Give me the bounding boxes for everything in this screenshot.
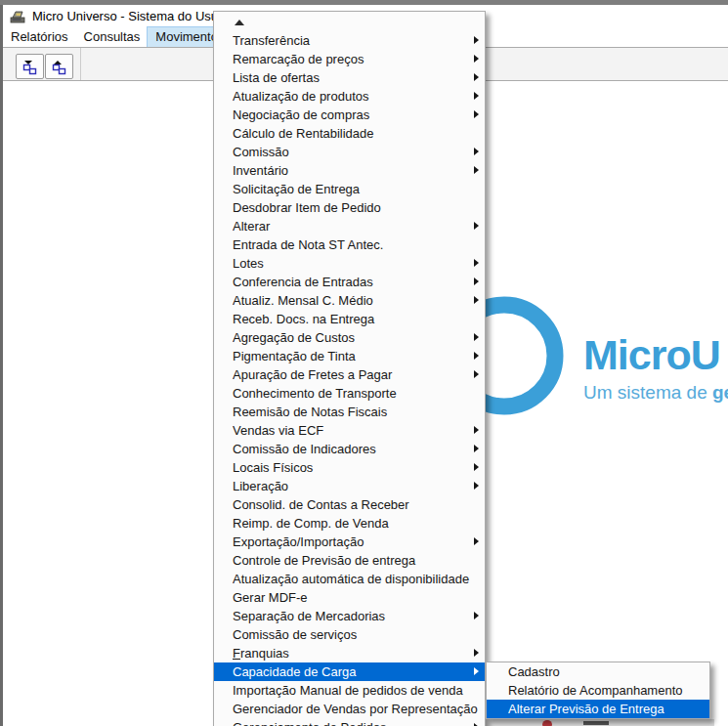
- submenu-arrow-icon: [474, 537, 479, 545]
- menu-item-label: Controle de Previsão de entrega: [233, 551, 485, 570]
- menu-item-label: Importação Manual de pedidos de venda: [233, 681, 485, 700]
- tree-arrow-down-button[interactable]: [16, 54, 44, 79]
- org-tree-arrow-up-icon: [51, 58, 68, 75]
- menu-item-label: Exportação/Importação: [233, 533, 485, 551]
- submenu-arrow-icon: [474, 296, 479, 304]
- menu-item[interactable]: Atualização automática de disponibilidad…: [214, 570, 485, 588]
- menu-item[interactable]: Comissão de Indicadores: [214, 440, 485, 458]
- menu-item-label: Franquias: [233, 644, 485, 662]
- menu-item[interactable]: Separação de Mercadorias: [214, 607, 485, 625]
- menu-item[interactable]: Capacidade de Carga: [214, 662, 485, 681]
- menu-item[interactable]: Comissão: [214, 143, 485, 161]
- capacidade-de-carga-submenu: Cadastro Relatório de Acompanhamento Alt…: [486, 662, 710, 719]
- submenu-arrow-icon: [474, 352, 479, 360]
- submenu-arrow-icon: [474, 259, 479, 267]
- menu-item[interactable]: Vendas via ECF: [214, 421, 485, 440]
- menu-item[interactable]: Liberação: [214, 477, 485, 495]
- menu-item[interactable]: Desdobrar Item de Pedido: [214, 198, 485, 217]
- menu-item[interactable]: Solicitação de Entrega: [214, 180, 485, 198]
- menubar-item-relatorios[interactable]: Relatórios: [3, 27, 76, 47]
- menu-item-label: Separação de Mercadorias: [233, 607, 485, 625]
- submenu-item-label: Alterar Previsão de Entrega: [508, 700, 709, 718]
- menubar-item-consultas[interactable]: Consultas: [76, 27, 149, 47]
- submenu-item[interactable]: Alterar Previsão de Entrega: [487, 700, 709, 718]
- submenu-arrow-icon: [474, 110, 479, 118]
- menu-item[interactable]: Conferencia de Entradas: [214, 273, 485, 291]
- submenu-arrow-icon: [474, 92, 479, 100]
- menu-scroll-up[interactable]: [214, 12, 485, 31]
- submenu-arrow-icon: [474, 463, 479, 471]
- menu-item[interactable]: Apuração de Fretes a Pagar: [214, 365, 485, 384]
- menu-item[interactable]: Remarcação de preços: [214, 50, 485, 68]
- menu-item[interactable]: Reemisão de Notas Fiscais: [214, 403, 485, 421]
- menu-item[interactable]: Atualização de produtos: [214, 87, 485, 106]
- movimentos-popup-menu: Transferência Remarcação de preços Lista…: [213, 11, 486, 726]
- menu-item[interactable]: Conhecimento de Transporte: [214, 384, 485, 403]
- submenu-arrow-icon: [474, 482, 479, 490]
- submenu-item[interactable]: Relatório de Acompanhamento: [487, 681, 709, 700]
- menu-item[interactable]: Consolid. de Contas a Receber: [214, 495, 485, 514]
- menu-item[interactable]: Negociação de compras: [214, 106, 485, 124]
- background-red-dot: [542, 720, 552, 726]
- menu-item[interactable]: Entrada de Nota ST Antec.: [214, 235, 485, 254]
- menu-item[interactable]: Franquias: [214, 644, 485, 662]
- tree-arrow-up-button[interactable]: [45, 54, 73, 79]
- menu-item-label: Gerenciamento de Pedidos: [233, 718, 485, 726]
- menu-item[interactable]: Reimp. de Comp. de Venda: [214, 514, 485, 533]
- menu-item[interactable]: Atualiz. Mensal C. Médio: [214, 291, 485, 310]
- submenu-item[interactable]: Cadastro: [487, 662, 709, 681]
- submenu-arrow-icon: [474, 649, 479, 657]
- submenu-arrow-icon: [474, 148, 479, 155]
- menu-item-label: Atualiz. Mensal C. Médio: [233, 291, 485, 310]
- submenu-arrow-icon: [474, 667, 479, 675]
- menu-item[interactable]: Gerenciamento de Pedidos: [214, 718, 485, 726]
- menu-item-label: Entrada de Nota ST Antec.: [233, 235, 485, 254]
- menu-item[interactable]: Lista de ofertas: [214, 68, 485, 87]
- toolbar-separator: [80, 48, 81, 80]
- menu-item[interactable]: Inventário: [214, 161, 485, 180]
- menu-item[interactable]: Importação Manual de pedidos de venda: [214, 681, 485, 700]
- background-dark-mark: [583, 721, 609, 725]
- menu-item-label: Transferência: [233, 31, 485, 50]
- submenu-arrow-icon: [474, 166, 479, 174]
- menu-item-label: Cálculo de Rentabilidade: [233, 124, 485, 143]
- menu-item-label: Vendas via ECF: [233, 421, 485, 440]
- background-window-sliver: [486, 719, 714, 726]
- menu-item[interactable]: Receb. Docs. na Entrega: [214, 310, 485, 328]
- submenu-arrow-icon: [474, 55, 479, 63]
- menu-item-label: Atualização automática de disponibilidad…: [233, 570, 485, 588]
- menu-item-label: Gerar MDF-e: [233, 588, 485, 607]
- menu-item-label: Comissão de Indicadores: [233, 440, 485, 458]
- submenu-arrow-icon: [474, 278, 479, 285]
- menu-item[interactable]: Agregação de Custos: [214, 328, 485, 347]
- tagline-prefix: Um sistema de: [583, 382, 712, 403]
- submenu-arrow-icon: [474, 73, 479, 81]
- menu-item-label: Desdobrar Item de Pedido: [233, 198, 485, 217]
- brand-wordmark: MicroU: [583, 331, 720, 379]
- menu-item-label: Liberação: [233, 477, 485, 495]
- menu-item[interactable]: Exportação/Importação: [214, 533, 485, 551]
- submenu-arrow-icon: [474, 370, 479, 378]
- menu-item[interactable]: Controle de Previsão de entrega: [214, 551, 485, 570]
- brand-tagline: Um sistema de gest: [583, 382, 728, 404]
- menu-item-label: Consolid. de Contas a Receber: [233, 495, 485, 514]
- menu-item[interactable]: Locais Físicos: [214, 458, 485, 477]
- menu-item[interactable]: Lotes: [214, 254, 485, 273]
- menu-item-label: Capacidade de Carga: [233, 662, 485, 681]
- menu-item[interactable]: Pigmentação de Tinta: [214, 347, 485, 365]
- submenu-item-label: Relatório de Acompanhamento: [508, 681, 709, 700]
- menu-item-label: Negociação de compras: [233, 106, 485, 124]
- menu-item[interactable]: Transferência: [214, 31, 485, 50]
- tagline-bold: gest: [712, 382, 728, 403]
- submenu-arrow-icon: [474, 222, 479, 230]
- menu-item[interactable]: Cálculo de Rentabilidade: [214, 124, 485, 143]
- menu-item[interactable]: Gerar MDF-e: [214, 588, 485, 607]
- submenu-arrow-icon: [474, 426, 479, 434]
- menu-item[interactable]: Gerenciador de Vendas por Representação: [214, 700, 485, 718]
- menu-item[interactable]: Comissão de serviços: [214, 625, 485, 644]
- menu-item-label: Remarcação de preços: [233, 50, 485, 68]
- menu-item[interactable]: Alterar: [214, 217, 485, 235]
- menu-item-label: Inventário: [233, 161, 485, 180]
- scroll-up-icon: [235, 20, 244, 25]
- menu-item-label: Comissão: [233, 143, 485, 161]
